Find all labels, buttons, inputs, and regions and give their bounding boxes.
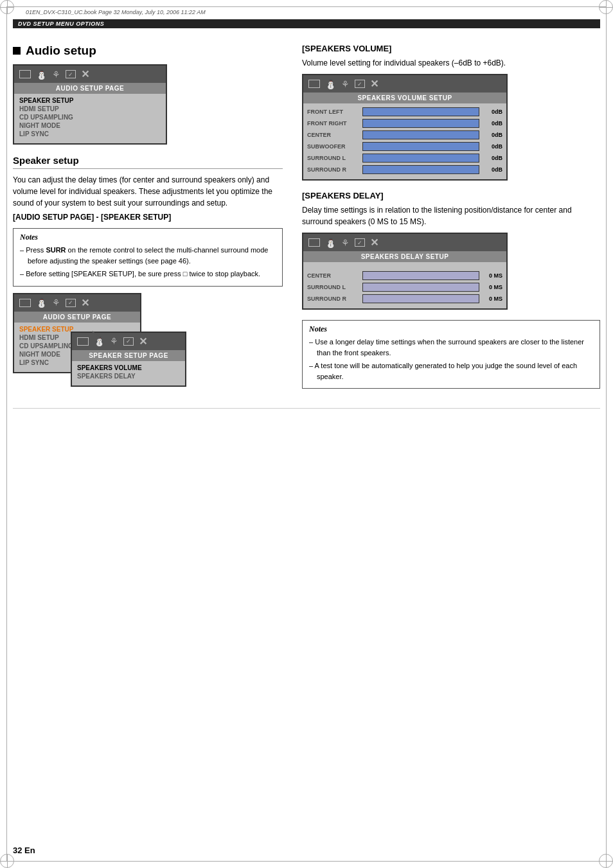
outer-menu-header: ⛄ ⚘ ✓ ✕: [14, 294, 140, 312]
corner-tl: [0, 0, 14, 14]
inner-menu-title: SPEAKER SETUP PAGE: [72, 350, 185, 361]
loops-icon: ⚘: [52, 297, 60, 308]
person-icon: ⛄: [36, 297, 47, 308]
submenu-item: SPEAKERS VOLUME: [77, 364, 180, 372]
arrow-icon: ↘: [90, 326, 102, 343]
corner-bl: [0, 854, 14, 868]
corner-br: [599, 854, 613, 868]
rect-icon: [77, 337, 89, 346]
page-number: 32 En: [13, 846, 35, 855]
x-icon: ✕: [81, 297, 89, 309]
page-border: [6, 6, 607, 862]
submenu-item: SPEAKERS DELAY: [77, 372, 180, 380]
x-icon: ✕: [139, 335, 147, 348]
inner-menu-items: SPEAKERS VOLUME SPEAKERS DELAY: [72, 361, 185, 385]
inner-menu-header: ⛄ ⚘ ✓ ✕: [72, 333, 185, 350]
outer-menu-title: AUDIO SETUP PAGE: [14, 312, 140, 323]
menu-box-inner: ⛄ ⚘ ✓ ✕ SPEAKER SETUP PAGE SPEAKERS VOLU…: [71, 332, 186, 387]
check-icon: ✓: [123, 337, 134, 346]
file-info: 01EN_DVX-C310_UC.book Page 32 Monday, Ju…: [26, 9, 206, 15]
corner-tr: [599, 0, 613, 14]
check-icon: ✓: [66, 299, 76, 307]
rect-icon: [19, 299, 31, 307]
loops-icon: ⚘: [110, 336, 118, 346]
nested-menu-container: ⛄ ⚘ ✓ ✕ AUDIO SETUP PAGE SPEAKER SETUP H…: [13, 293, 193, 373]
